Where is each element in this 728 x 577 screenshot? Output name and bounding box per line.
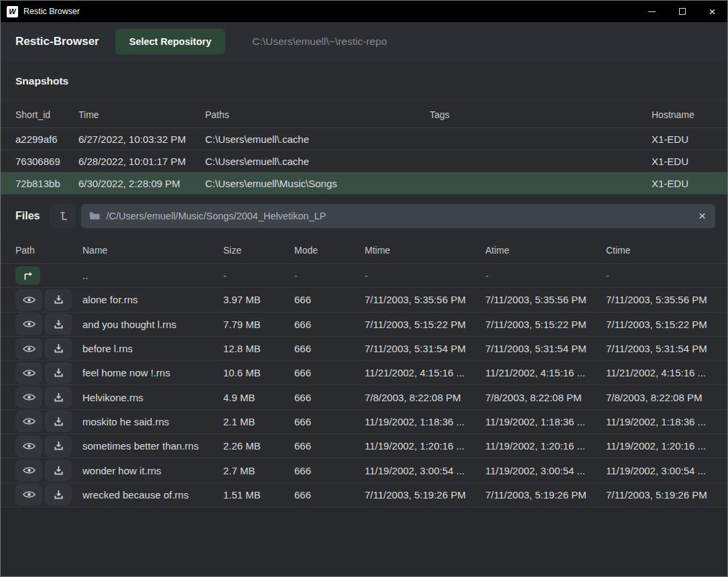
download-file-button[interactable] — [45, 411, 72, 432]
tree-level-icon — [58, 211, 68, 221]
snapshot-short-id: 72b813bb — [15, 178, 78, 189]
download-icon — [54, 295, 64, 305]
file-mode: 666 — [294, 294, 365, 305]
file-atime: 11/21/2002, 4:15:16 ... — [485, 367, 606, 378]
snapshot-row-selected[interactable]: 72b813bb 6/30/2022, 2:28:09 PM C:\Users\… — [1, 172, 727, 195]
column-hostname: Hostname — [652, 109, 713, 120]
file-atime: 11/19/2002, 3:00:54 ... — [485, 465, 606, 476]
tree-level-button[interactable] — [50, 204, 76, 228]
app-title: Restic-Browser — [15, 35, 99, 48]
file-ctime: 7/11/2003, 5:31:54 PM — [606, 343, 713, 354]
file-ctime: 11/19/2002, 1:20:16 ... — [606, 440, 713, 452]
file-row: feel home now !.rns 10.6 MB 666 11/21/20… — [1, 361, 727, 385]
file-ctime: 7/8/2003, 8:22:08 PM — [606, 392, 713, 403]
file-mtime: 7/11/2003, 5:15:22 PM — [365, 319, 485, 330]
files-table-header: Path Name Size Mode Mtime Atime Ctime — [1, 237, 727, 264]
file-mode: 666 — [294, 319, 365, 330]
file-atime: 11/19/2002, 1:20:16 ... — [485, 440, 606, 452]
file-row: wrecked because of.rns 1.51 MB 666 7/11/… — [1, 483, 727, 507]
snapshot-time: 6/30/2022, 2:28:09 PM — [78, 178, 205, 189]
preview-file-button[interactable] — [15, 435, 42, 457]
file-name: moskito he said.rns — [82, 416, 223, 427]
file-mtime: 11/19/2002, 3:00:54 ... — [365, 465, 485, 476]
files-bar: Files × — [1, 195, 727, 237]
snapshot-hostname: X1-EDU — [652, 134, 713, 145]
file-row: before l.rns 12.8 MB 666 7/11/2003, 5:31… — [1, 337, 727, 361]
file-mode: 666 — [294, 392, 365, 403]
titlebar-left: W Restic Browser — [1, 6, 80, 17]
eye-icon — [23, 344, 36, 354]
download-file-button[interactable] — [45, 460, 72, 481]
snapshot-short-id: a2299af6 — [15, 134, 78, 145]
column-ctime: Ctime — [606, 245, 713, 256]
download-icon — [54, 319, 64, 329]
preview-file-button[interactable] — [15, 484, 42, 505]
column-short-id: Short_id — [15, 109, 78, 120]
preview-file-button[interactable] — [15, 289, 42, 311]
preview-file-button[interactable] — [15, 460, 42, 481]
file-ctime: - — [606, 270, 713, 281]
file-row: sometimes better than.rns 2.26 MB 666 11… — [1, 434, 727, 458]
clear-path-button[interactable]: × — [697, 209, 707, 222]
snapshot-row[interactable]: a2299af6 6/27/2022, 10:03:32 PM C:\Users… — [1, 128, 727, 150]
download-file-button[interactable] — [45, 386, 72, 408]
minimize-button[interactable] — [637, 1, 667, 22]
download-file-button[interactable] — [45, 484, 72, 505]
file-name: Helvikone.rns — [82, 392, 223, 403]
column-name: Name — [82, 245, 223, 256]
preview-file-button[interactable] — [15, 411, 42, 432]
download-file-button[interactable] — [45, 435, 72, 457]
close-icon: × — [709, 6, 716, 17]
clear-icon: × — [699, 209, 706, 223]
file-name: feel home now !.rns — [82, 367, 223, 378]
file-row: and you thought l.rns 7.79 MB 666 7/11/2… — [1, 313, 727, 337]
maximize-button[interactable] — [667, 1, 697, 22]
snapshot-paths: C:\Users\emuell\.cache — [205, 134, 430, 145]
preview-file-button[interactable] — [15, 313, 42, 335]
file-row: alone for.rns 3.97 MB 666 7/11/2003, 5:3… — [1, 288, 727, 312]
file-name: alone for.rns — [82, 294, 223, 305]
preview-file-button[interactable] — [15, 338, 42, 360]
file-mode: 666 — [294, 489, 365, 501]
file-ctime: 11/19/2002, 1:18:36 ... — [606, 416, 713, 427]
close-button[interactable]: × — [697, 1, 727, 22]
download-icon — [54, 368, 64, 378]
file-size: 2.26 MB — [223, 440, 294, 452]
file-mode: - — [294, 270, 365, 281]
download-file-button[interactable] — [45, 289, 72, 311]
eye-icon — [23, 441, 36, 451]
file-ctime: 7/11/2003, 5:15:22 PM — [606, 319, 713, 330]
file-size: 10.6 MB — [223, 367, 294, 378]
file-mtime: 11/21/2002, 4:15:16 ... — [365, 367, 485, 378]
snapshot-row[interactable]: 76306869 6/28/2022, 10:01:17 PM C:\Users… — [1, 150, 727, 172]
snapshot-hostname: X1-EDU — [652, 156, 713, 167]
app-window: W Restic Browser × Restic-Browser Select… — [0, 0, 728, 577]
file-atime: - — [485, 270, 606, 281]
download-icon — [54, 490, 64, 500]
window-title: Restic Browser — [23, 7, 80, 16]
download-file-button[interactable] — [45, 338, 72, 360]
file-size: 2.1 MB — [223, 416, 294, 427]
download-file-button[interactable] — [45, 313, 72, 335]
file-row: wonder how it.rns 2.7 MB 666 11/19/2002,… — [1, 458, 727, 482]
file-ctime: 7/11/2003, 5:19:26 PM — [606, 489, 713, 501]
snapshot-paths: C:\Users\emuell\.cache — [205, 156, 430, 167]
file-size: 3.97 MB — [223, 294, 294, 305]
preview-file-button[interactable] — [15, 386, 42, 408]
eye-icon — [23, 466, 36, 475]
preview-file-button[interactable] — [15, 362, 42, 384]
file-mode: 666 — [294, 367, 365, 378]
go-up-button[interactable] — [15, 266, 40, 284]
file-path-input[interactable] — [106, 211, 696, 221]
file-name: and you thought l.rns — [82, 319, 223, 330]
eye-icon — [23, 295, 36, 305]
column-mtime: Mtime — [365, 245, 485, 256]
snapshots-heading-label: Snapshots — [15, 75, 68, 87]
file-name: before l.rns — [82, 343, 223, 354]
file-atime: 7/8/2003, 8:22:08 PM — [485, 392, 606, 403]
file-size: 2.7 MB — [223, 465, 294, 476]
download-file-button[interactable] — [45, 362, 72, 384]
empty-area — [1, 507, 727, 576]
select-repository-button[interactable]: Select Repository — [115, 29, 226, 54]
minimize-icon — [648, 11, 656, 12]
